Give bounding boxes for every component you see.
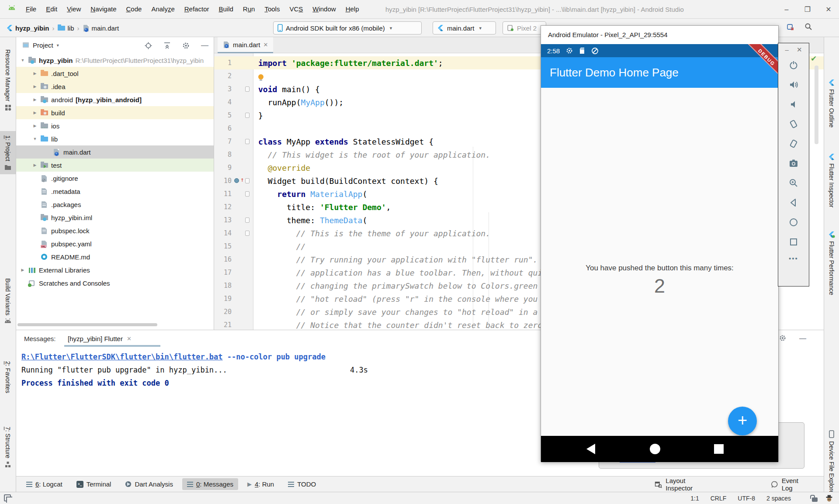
inspections-ok-icon[interactable]: ✔ (811, 54, 817, 63)
sidebar-item-device-file-explorer[interactable]: Device File Explorer (824, 430, 839, 496)
emulator-home-icon[interactable] (788, 217, 799, 228)
status-1-1[interactable]: 1:1 (690, 495, 699, 502)
menu-edit[interactable]: Edit (41, 5, 62, 13)
breadcrumb-hyzp-yibin[interactable]: hyzp_yibin (6, 24, 49, 32)
messages-tab[interactable]: [hyzp_yibin] Flutter ✕ (68, 335, 132, 342)
emulator-overview-icon[interactable] (788, 237, 799, 247)
nav-home-icon[interactable] (650, 444, 660, 454)
breadcrumb-main-dart[interactable]: main.dart (83, 24, 119, 32)
menu-navigate[interactable]: Navigate (86, 5, 121, 13)
menu-tools[interactable]: Tools (260, 5, 284, 13)
unlock-icon[interactable] (812, 497, 818, 502)
minimize-window-icon[interactable]: – (776, 0, 797, 19)
run-app-gutter-icon[interactable] (234, 178, 239, 183)
menu-vcs[interactable]: VCS (284, 5, 308, 13)
fold-marker-icon[interactable] (245, 86, 250, 92)
search-everywhere-icon[interactable] (804, 23, 812, 31)
emulator-rotate-right-icon[interactable] (788, 138, 799, 149)
hide-panel-icon[interactable]: — (799, 335, 806, 342)
menu-analyze[interactable]: Analyze (146, 5, 179, 13)
tree-item-hyzp-yibin-iml[interactable]: hyzp_yibin.iml (16, 211, 214, 224)
emulator-rotate-left-icon[interactable] (788, 119, 799, 129)
sidebar-item-favorites[interactable]: 2: Favorites (0, 361, 16, 396)
attach-debugger-icon[interactable] (787, 23, 794, 31)
tool-button-run[interactable]: ▶4: Run (243, 478, 279, 490)
tree-item-pubspec-lock[interactable]: pubspec.lock (16, 224, 214, 237)
locate-file-icon[interactable] (145, 42, 152, 49)
close-tab-icon[interactable]: ✕ (263, 41, 268, 48)
fold-marker-icon[interactable] (245, 113, 250, 118)
status-utf-8[interactable]: UTF-8 (738, 495, 755, 502)
emulator-back-icon[interactable] (788, 197, 799, 208)
event-log-button[interactable]: Event Log (771, 476, 798, 492)
collapsed-arrow-icon[interactable]: ▶ (32, 84, 38, 89)
expanded-arrow-icon[interactable]: ▼ (32, 137, 38, 141)
emulator-screenshot-icon[interactable] (788, 158, 799, 169)
tab-main-dart[interactable]: main.dart ✕ (218, 37, 273, 53)
expanded-arrow-icon[interactable]: ▼ (20, 58, 26, 62)
tree-item-hyzp-yibin[interactable]: ▼hyzp_yibin R:\FlutterProject\FlutterPro… (16, 54, 214, 67)
flutter-bat-link[interactable]: R:\Flutter\FlutterSDK\flutter\bin\flutte… (21, 352, 223, 361)
collapsed-arrow-icon[interactable]: ▶ (32, 97, 38, 102)
tool-button-todo[interactable]: TODO (283, 478, 321, 490)
status-2-spaces[interactable]: 2 spaces (766, 495, 791, 502)
run-config-selector[interactable]: main.dart ▾ (433, 21, 496, 35)
menu-code[interactable]: Code (121, 5, 147, 13)
emulator-zoom-icon[interactable] (788, 178, 799, 188)
tree-item-gitignore[interactable]: .gitignore (16, 172, 214, 185)
collapsed-arrow-icon[interactable]: ▶ (32, 110, 38, 115)
emulator-volume-up-icon[interactable] (788, 79, 799, 90)
tree-item-idea[interactable]: ▶✱.idea (16, 80, 214, 93)
tree-item-main-dart[interactable]: main.dart (16, 145, 214, 159)
device-selector[interactable]: Android SDK built for x86 (mobile) ▾ (273, 21, 422, 35)
layout-inspector-button[interactable]: Layout Inspector (655, 476, 693, 492)
tool-button-dart-analysis[interactable]: Dart Analysis (120, 478, 178, 490)
close-tab-icon[interactable]: ✕ (127, 335, 132, 342)
fold-marker-icon[interactable] (245, 217, 250, 223)
collapsed-arrow-icon[interactable]: ▶ (32, 163, 38, 167)
emulator-power-icon[interactable] (788, 60, 799, 70)
tree-item-dart-tool[interactable]: ▶.dart_tool (16, 67, 214, 80)
tree-item-external-libraries[interactable]: ▶External Libraries (16, 263, 214, 276)
menu-file[interactable]: File (21, 5, 41, 13)
menu-help[interactable]: Help (341, 5, 364, 13)
fold-marker-icon[interactable] (245, 231, 250, 236)
emulator-minimize-icon[interactable]: – (785, 46, 789, 54)
fold-marker-icon[interactable] (245, 191, 250, 197)
tree-item-pubspec-yaml[interactable]: YMLpubspec.yaml (16, 237, 214, 250)
collapsed-arrow-icon[interactable]: ▶ (20, 268, 26, 272)
tree-item-metadata[interactable]: .metadata (16, 185, 214, 198)
collapsed-arrow-icon[interactable]: ▶ (32, 124, 38, 128)
tree-item-scratches-and-consoles[interactable]: Scratches and Consoles (16, 276, 214, 290)
tree-item-lib[interactable]: ▼lib (16, 132, 214, 145)
emulator-more-icon[interactable]: ••• (789, 256, 798, 261)
hector-inspection-icon[interactable] (825, 495, 833, 502)
intention-bulb-icon[interactable] (258, 74, 263, 79)
sidebar-item-structure[interactable]: 7: Structure (0, 427, 16, 468)
tree-item-packages[interactable]: .packages (16, 198, 214, 211)
breadcrumb-lib[interactable]: lib (58, 24, 74, 32)
tool-window-switcher-icon[interactable] (4, 494, 11, 501)
mirrored-device-button[interactable]: Pixel 2 (503, 21, 546, 35)
horizontal-scrollbar[interactable] (17, 323, 157, 326)
sidebar-item-flutter-performance[interactable]: Flutter Performance (824, 231, 839, 295)
fold-marker-icon[interactable] (245, 139, 250, 144)
collapse-all-icon[interactable] (163, 42, 171, 49)
sidebar-item-flutter-outline[interactable]: Flutter Outline (824, 79, 839, 128)
tree-item-test[interactable]: ▶test (16, 159, 214, 172)
tree-item-android[interactable]: ▶android [hyzp_yibin_android] (16, 93, 214, 106)
sidebar-item-resource-manager[interactable]: Resource Manager (0, 49, 16, 111)
emulator-title-bar[interactable]: Android Emulator - Pixel_2_API_29:5554 (541, 26, 778, 44)
nav-overview-icon[interactable] (714, 444, 724, 454)
menu-run[interactable]: Run (238, 5, 260, 13)
menu-window[interactable]: Window (308, 5, 340, 13)
menu-build[interactable]: Build (214, 5, 238, 13)
restore-window-icon[interactable]: ❐ (797, 0, 818, 19)
status-crlf[interactable]: CRLF (711, 495, 727, 502)
tool-button-logcat[interactable]: 6: Logcat (21, 478, 67, 490)
fab-increment-button[interactable]: + (728, 407, 757, 435)
editor-scrollbar[interactable] (815, 66, 818, 144)
settings-gear-icon[interactable] (182, 42, 190, 49)
tree-item-build[interactable]: ▶✱build (16, 106, 214, 119)
collapsed-arrow-icon[interactable]: ▶ (32, 71, 38, 76)
